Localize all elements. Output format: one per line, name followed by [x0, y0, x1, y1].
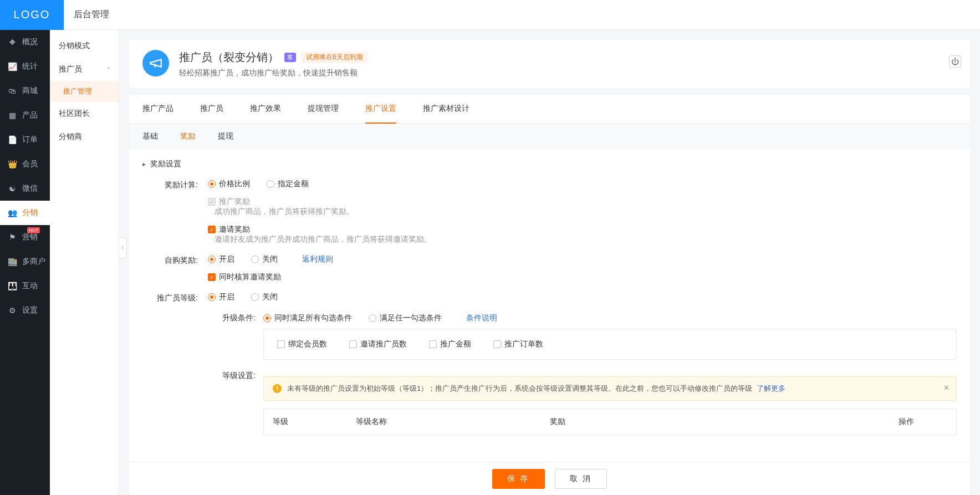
subnav-group-分销模式[interactable]: 分销模式	[50, 34, 119, 58]
collapse-handle[interactable]: ‹	[119, 237, 127, 258]
th-name: 等级名称	[347, 409, 541, 435]
section-title: 奖励设置	[142, 159, 957, 169]
flag-icon: ⚑	[8, 233, 17, 242]
nav-item-统计[interactable]: 📈统计	[0, 54, 50, 79]
checkbox-cond-2[interactable]: 推广金额	[429, 339, 471, 349]
label-level: 推广员等级:	[142, 292, 198, 303]
cancel-button[interactable]: 取 消	[555, 469, 608, 489]
tab-推广素材设计[interactable]: 推广素材设计	[423, 95, 469, 123]
radio-self-open[interactable]: 开启	[208, 254, 234, 264]
gear-icon: ⚙	[8, 306, 17, 315]
subnav-item-推广管理[interactable]: 推广管理	[50, 81, 119, 102]
link-rebate-rule[interactable]: 返利规则	[302, 254, 333, 264]
nav-item-产品[interactable]: ▦产品	[0, 103, 50, 127]
radio-upgrade-any[interactable]: 满足任一勾选条件	[369, 313, 442, 323]
radio-level-open[interactable]: 开启	[208, 292, 234, 302]
checkbox-invite-reward[interactable]: ✓邀请奖励	[208, 224, 957, 234]
power-icon[interactable]: ⏻	[949, 55, 961, 68]
tab-推广员[interactable]: 推广员	[200, 95, 223, 123]
grid-icon: ▦	[8, 111, 17, 120]
checkbox-cond-0[interactable]: 绑定会员数	[277, 339, 327, 349]
hint-invite: 邀请好友成为推广员并成功推广商品，推广员将获得邀请奖励。	[215, 234, 432, 243]
page-head: 推广员（裂变分销） 客 试用将在6天后到期 轻松招募推广员，成功推广给奖励，快速…	[129, 40, 970, 88]
link-cond-desc[interactable]: 条件说明	[466, 313, 497, 323]
nav-primary: ❖概况📈统计🛍商城▦产品📄订单👑会员☯微信👥分销⚑营销HOT🏬多商户👪互动⚙设置	[0, 30, 50, 495]
subnav-group-社区团长[interactable]: 社区团长	[50, 102, 119, 125]
tab-推广产品[interactable]: 推广产品	[142, 95, 173, 123]
label-upgrade: 升级条件:	[208, 313, 256, 323]
checkbox-cond-3[interactable]: 推广订单数	[493, 339, 543, 349]
alert-levelset: ! 未有等级的推广员设置为初始等级（等级1）；推广员产生推广行为后，系统会按等级…	[263, 376, 957, 401]
link-learn-more[interactable]: 了解更多	[757, 384, 785, 392]
hot-badge: HOT	[27, 227, 40, 233]
tabs-main: 推广产品推广员推广效果提现管理推广设置推广素材设计	[129, 95, 970, 124]
chart-icon: 📈	[8, 62, 17, 71]
nav-item-订单[interactable]: 📄订单	[0, 127, 50, 152]
logo[interactable]: LOGO	[0, 0, 64, 30]
header-title: 后台管理	[74, 9, 109, 21]
alert-text: 未有等级的推广员设置为初始等级（等级1）；推广员产生推广行为后，系统会按等级设置…	[287, 384, 785, 394]
page-desc: 轻松招募推广员，成功推广给奖励，快速提升销售额	[179, 68, 368, 78]
radio-level-close[interactable]: 关闭	[251, 292, 278, 302]
level-table-head: 等级 等级名称 奖励 操作	[263, 409, 957, 435]
condition-box: 绑定会员数邀请推广员数推广金额推广订单数	[263, 329, 957, 360]
multi-icon: 🏬	[8, 257, 17, 266]
subnav-group-推广员[interactable]: 推广员˄	[50, 58, 119, 81]
nav-item-互动[interactable]: 👪互动	[0, 274, 50, 298]
nav-item-营销[interactable]: ⚑营销HOT	[0, 225, 50, 249]
tab-推广设置[interactable]: 推广设置	[365, 95, 396, 124]
checkbox-promo-reward: ✓推广奖励	[208, 197, 957, 207]
panel: 推广产品推广员推广效果提现管理推广设置推广素材设计 基础奖励提现 奖励设置 奖励…	[129, 95, 970, 495]
checkbox-self-extra[interactable]: ✓同时核算邀请奖励	[208, 272, 957, 282]
wechat-icon: ☯	[8, 184, 17, 193]
nav-item-微信[interactable]: ☯微信	[0, 176, 50, 201]
footer: 保 存 取 消	[129, 462, 970, 495]
warning-icon: !	[273, 384, 282, 393]
nav-item-概况[interactable]: ❖概况	[0, 30, 50, 54]
dist-icon: 👥	[8, 208, 17, 217]
save-button[interactable]: 保 存	[492, 469, 545, 489]
nav-secondary: 分销模式推广员˄推广管理社区团长分销商	[50, 30, 119, 495]
form-area: 奖励设置 奖励计算: 价格比例指定金额 ✓推广奖励 成功推广商品，推广员将获得推…	[129, 149, 970, 462]
nav-item-商城[interactable]: 🛍商城	[0, 79, 50, 103]
radio-calc-0[interactable]: 价格比例	[208, 179, 250, 189]
crown-icon: 👑	[8, 160, 17, 169]
radio-calc-1[interactable]: 指定金额	[267, 179, 309, 189]
th-action: 操作	[890, 409, 956, 435]
nav-item-会员[interactable]: 👑会员	[0, 152, 50, 176]
subtab-基础[interactable]: 基础	[142, 131, 158, 141]
subtab-奖励[interactable]: 奖励	[180, 131, 196, 141]
people-icon: 👪	[8, 282, 17, 290]
radio-upgrade-all[interactable]: 同时满足所有勾选条件	[263, 313, 352, 323]
header: LOGO 后台管理	[0, 0, 980, 30]
label-calc: 奖励计算:	[142, 179, 198, 190]
th-level: 等级	[264, 409, 347, 435]
page-tag: 客	[284, 53, 296, 62]
subnav-group-分销商[interactable]: 分销商	[50, 125, 119, 149]
nav-item-设置[interactable]: ⚙设置	[0, 298, 50, 323]
tab-推广效果[interactable]: 推广效果	[250, 95, 281, 123]
label-levelset: 等级设置:	[208, 371, 256, 381]
checkbox-cond-1[interactable]: 邀请推广员数	[349, 339, 407, 349]
tabs-sub: 基础奖励提现	[129, 124, 970, 149]
tab-提现管理[interactable]: 提现管理	[308, 95, 339, 123]
megaphone-icon	[142, 50, 169, 76]
nav-item-多商户[interactable]: 🏬多商户	[0, 249, 50, 274]
page-title: 推广员（裂变分销）	[179, 50, 279, 65]
chevron-up-icon: ˄	[107, 67, 110, 73]
nav-item-分销[interactable]: 👥分销	[0, 201, 50, 225]
subtab-提现[interactable]: 提现	[218, 131, 233, 141]
main-area: 推广员（裂变分销） 客 试用将在6天后到期 轻松招募推广员，成功推广给奖励，快速…	[119, 30, 980, 495]
th-reward: 奖励	[541, 409, 890, 435]
order-icon: 📄	[8, 135, 17, 144]
trial-notice: 试用将在6天后到期	[302, 52, 368, 63]
bag-icon: 🛍	[8, 86, 17, 95]
radio-self-close[interactable]: 关闭	[251, 254, 278, 264]
label-self: 自购奖励:	[142, 254, 198, 266]
hint-promo: 成功推广商品，推广员将获得推广奖励。	[215, 207, 354, 216]
layers-icon: ❖	[8, 38, 17, 47]
close-icon[interactable]: ✕	[943, 384, 950, 392]
